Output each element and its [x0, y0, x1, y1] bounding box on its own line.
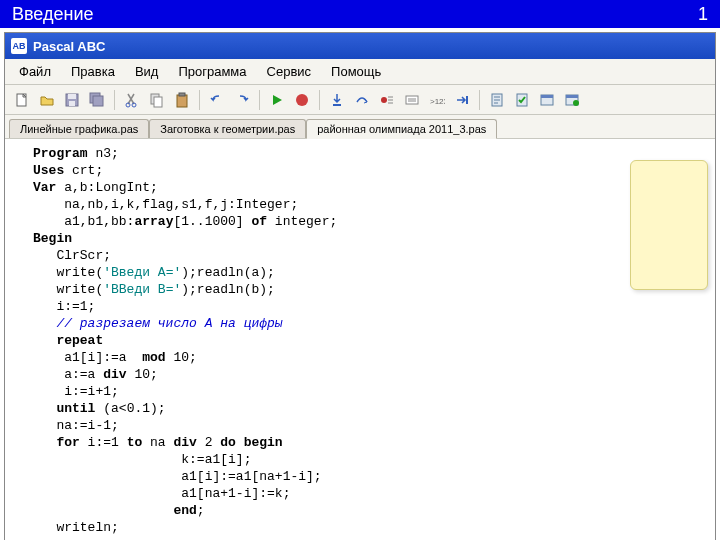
- menu-file[interactable]: Файл: [9, 61, 61, 82]
- step-into-button[interactable]: [326, 89, 348, 111]
- svg-rect-5: [93, 96, 103, 106]
- breakpoint-button[interactable]: [376, 89, 398, 111]
- svg-rect-2: [68, 94, 76, 99]
- menu-program[interactable]: Программа: [168, 61, 256, 82]
- svg-rect-9: [154, 97, 162, 107]
- toolbar-separator: [199, 90, 200, 110]
- form2-button[interactable]: [561, 89, 583, 111]
- toolbar-separator: [319, 90, 320, 110]
- open-file-button[interactable]: [36, 89, 58, 111]
- app-window: AB Pascal ABC Файл Правка Вид Программа …: [4, 32, 716, 540]
- svg-rect-23: [566, 95, 578, 98]
- toolbar-separator: [114, 90, 115, 110]
- form-button[interactable]: [536, 89, 558, 111]
- slide-header: Введение 1: [0, 0, 720, 28]
- save-button[interactable]: [61, 89, 83, 111]
- svg-text:>123: >123: [430, 97, 445, 106]
- toolbar-separator: [479, 90, 480, 110]
- step-over-button[interactable]: [351, 89, 373, 111]
- tabs-bar: Линейные графика.pas Заготовка к геометр…: [5, 115, 715, 139]
- save-all-button[interactable]: [86, 89, 108, 111]
- sticky-note: [630, 160, 708, 290]
- svg-rect-3: [69, 101, 75, 106]
- svg-rect-21: [541, 95, 553, 98]
- run-button[interactable]: [266, 89, 288, 111]
- tab-file-1[interactable]: Линейные графика.pas: [9, 119, 149, 138]
- slide-number: 1: [698, 4, 708, 25]
- undo-button[interactable]: [206, 89, 228, 111]
- app-icon: AB: [11, 38, 27, 54]
- watch-button[interactable]: [401, 89, 423, 111]
- paste-button[interactable]: [171, 89, 193, 111]
- new-file-button[interactable]: [11, 89, 33, 111]
- tab-file-3[interactable]: районная олимпиада 2011_3.pas: [306, 119, 497, 139]
- kw-uses: Uses: [33, 163, 64, 178]
- stop-button[interactable]: [291, 89, 313, 111]
- window-title: Pascal ABC: [33, 39, 106, 54]
- menu-bar: Файл Правка Вид Программа Сервис Помощь: [5, 59, 715, 85]
- kw-var: Var: [33, 180, 56, 195]
- kw-program: Program: [33, 146, 88, 161]
- svg-point-12: [296, 94, 308, 106]
- code-editor[interactable]: Program n3; Uses crt; Var a,b:LongInt; n…: [5, 139, 715, 540]
- svg-point-14: [381, 97, 387, 103]
- kw-begin: Begin: [33, 231, 72, 246]
- redo-button[interactable]: [231, 89, 253, 111]
- cut-button[interactable]: [121, 89, 143, 111]
- slide-title: Введение: [12, 4, 94, 25]
- comment: // разрезаем число А на цифры: [33, 316, 283, 331]
- tab-file-2[interactable]: Заготовка к геометрии.pas: [149, 119, 306, 138]
- menu-view[interactable]: Вид: [125, 61, 169, 82]
- compile-button[interactable]: [486, 89, 508, 111]
- svg-point-24: [573, 100, 579, 106]
- toolbar: >123: [5, 85, 715, 115]
- eval-button[interactable]: >123: [426, 89, 448, 111]
- svg-rect-15: [406, 96, 418, 104]
- check-button[interactable]: [511, 89, 533, 111]
- menu-edit[interactable]: Правка: [61, 61, 125, 82]
- title-bar: AB Pascal ABC: [5, 33, 715, 59]
- toolbar-separator: [259, 90, 260, 110]
- svg-rect-17: [466, 96, 468, 104]
- svg-rect-11: [179, 93, 185, 96]
- svg-rect-10: [177, 95, 187, 107]
- copy-button[interactable]: [146, 89, 168, 111]
- svg-rect-13: [333, 104, 341, 106]
- menu-service[interactable]: Сервис: [257, 61, 322, 82]
- end-button[interactable]: [451, 89, 473, 111]
- menu-help[interactable]: Помощь: [321, 61, 391, 82]
